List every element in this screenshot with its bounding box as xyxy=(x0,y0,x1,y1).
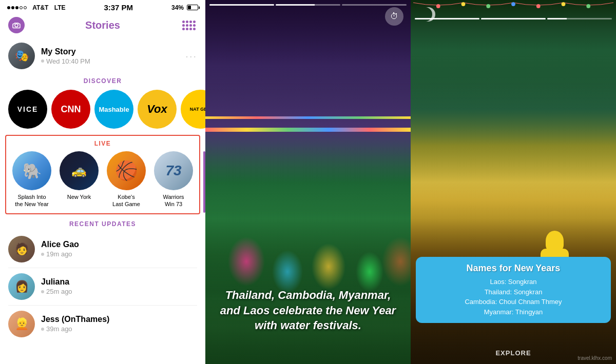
more-dots-icon[interactable]: ··· xyxy=(185,51,197,61)
time-seg-3 xyxy=(342,4,407,6)
juliana-time: 25m ago xyxy=(41,288,72,295)
discover-natgeo[interactable]: NAT GEO xyxy=(181,90,205,129)
jess-time-dot xyxy=(41,328,44,331)
live-item-newyork[interactable]: 🚕 New York xyxy=(57,151,101,208)
recent-item-alice[interactable]: 🧑 Alice Gao 19m ago xyxy=(0,231,205,268)
live-item-splash[interactable]: 🐘 Splash Into the New Year xyxy=(10,151,53,208)
warriors-circle: 73 xyxy=(154,151,193,190)
time-dot xyxy=(41,59,44,63)
kobe-circle: 🏀 xyxy=(107,151,146,190)
battery-percent: 34% xyxy=(171,4,184,11)
time-segments xyxy=(209,4,407,6)
live-item-kobe[interactable]: 🏀 Kobe's Last Game xyxy=(105,151,148,208)
time-seg-2 xyxy=(276,4,340,6)
recent-item-jess[interactable]: 👱 Jess (OnThames) 39m ago xyxy=(0,306,205,342)
natgeo-label: NAT GEO xyxy=(190,107,205,112)
decoration-bar-1 xyxy=(205,128,411,132)
svg-point-5 xyxy=(536,4,541,8)
alice-avatar: 🧑 xyxy=(8,236,35,262)
info-item-1: Laos: Songkran xyxy=(424,277,603,287)
middle-caption-text: Thailand, Cambodia, Myanmar, and Laos ce… xyxy=(216,288,400,333)
signal-dot-5 xyxy=(24,6,27,9)
juliana-info: Juliana 25m ago xyxy=(41,277,72,295)
battery-icon xyxy=(187,5,198,10)
right-panel[interactable]: Names for New Years Laos: Songkran Thail… xyxy=(411,0,616,364)
alice-info: Alice Gao 19m ago xyxy=(41,240,79,258)
jess-info: Jess (OnThames) 39m ago xyxy=(41,315,109,333)
live-item-warriors[interactable]: 73 Warriors Win 73 xyxy=(152,151,195,208)
kobe-silhouette: 🏀 xyxy=(115,160,138,181)
discover-label: DISCOVER xyxy=(0,73,205,88)
signal-dot-2 xyxy=(11,6,14,9)
warriors-bg: 73 xyxy=(154,151,193,190)
app-header: Stories xyxy=(0,14,205,38)
juliana-time-dot xyxy=(41,290,44,293)
warriors-label: Warriors Win 73 xyxy=(163,193,184,208)
jess-name: Jess (OnThames) xyxy=(41,315,109,324)
discover-row: VICE CNN Mashable Vox NAT GEO xyxy=(0,88,205,135)
signal-dot-1 xyxy=(7,6,10,9)
right-time-seg-2 xyxy=(481,18,546,19)
jess-time: 39m ago xyxy=(41,325,109,333)
splash-circle: 🐘 xyxy=(12,151,51,190)
carrier-label: AT&T xyxy=(32,4,48,11)
info-item-2: Thailand: Songkran xyxy=(424,287,603,297)
jess-avatar: 👱 xyxy=(8,311,35,337)
right-time-seg-1-fill xyxy=(415,18,479,19)
network-label: LTE xyxy=(54,4,66,11)
battery-fill xyxy=(188,6,191,9)
left-panel: AT&T LTE 3:37 PM 34% Stories xyxy=(0,0,205,364)
info-title: Names for New Years xyxy=(424,263,603,274)
timer-icon[interactable]: ⏱ xyxy=(385,7,403,26)
explore-label[interactable]: EXPLORE xyxy=(495,349,531,357)
lights-svg xyxy=(413,0,613,13)
dot-grid xyxy=(182,21,196,30)
stage-decoration xyxy=(205,0,411,164)
splash-bg: 🐘 xyxy=(12,151,51,190)
right-time-seg-3 xyxy=(547,18,612,19)
string-lights xyxy=(411,0,616,13)
my-story-row[interactable]: 🎭 My Story Wed 10:40 PM ··· xyxy=(0,38,205,73)
snap-grid-icon[interactable] xyxy=(181,17,197,33)
svg-point-4 xyxy=(511,2,515,6)
app-title: Stories xyxy=(85,19,120,31)
right-time-seg-1 xyxy=(415,18,479,19)
my-story-avatar: 🎭 xyxy=(8,43,35,69)
newyork-circle: 🚕 xyxy=(60,151,99,190)
status-left: AT&T LTE xyxy=(7,4,66,11)
time-display: 3:37 PM xyxy=(104,3,133,12)
cnn-label: CNN xyxy=(61,104,81,115)
right-time-seg-2-fill xyxy=(481,18,546,19)
live-label: LIVE xyxy=(10,138,195,151)
vice-label: VICE xyxy=(17,105,38,113)
recent-item-juliana[interactable]: 👩 Juliana 25m ago xyxy=(0,268,205,305)
info-item-4: Myanmar: Thingyan xyxy=(424,307,603,317)
newyork-label: New York xyxy=(67,193,91,200)
time-seg-1 xyxy=(209,4,274,6)
info-splash-box: Names for New Years Laos: Songkran Thail… xyxy=(416,257,611,323)
info-body: Laos: Songkran Thailand: Songkran Cambod… xyxy=(424,277,603,317)
svg-point-3 xyxy=(486,4,490,8)
middle-panel[interactable]: ⏱ Thailand, Cambodia, Myanmar, and Laos … xyxy=(205,0,411,364)
kobe-bg: 🏀 xyxy=(107,151,146,190)
recent-updates-label: RECENT UPDATES xyxy=(0,214,205,231)
alice-name: Alice Gao xyxy=(41,240,79,249)
my-story-name: My Story xyxy=(41,47,179,56)
right-time-seg-3-fill xyxy=(547,18,567,19)
camera-icon[interactable] xyxy=(8,17,25,33)
kobe-label: Kobe's Last Game xyxy=(112,193,140,208)
discover-cnn[interactable]: CNN xyxy=(51,90,90,129)
discover-vice[interactable]: VICE xyxy=(8,90,47,129)
discover-mashable[interactable]: Mashable xyxy=(94,90,133,129)
mashable-label: Mashable xyxy=(99,106,129,113)
live-row: 🐘 Splash Into the New Year 🚕 New York xyxy=(10,151,195,208)
signal-dots xyxy=(7,6,27,9)
info-item-3: Cambodia: Choul Chnam Thmey xyxy=(424,297,603,307)
svg-point-1 xyxy=(436,4,440,8)
banana-head xyxy=(546,231,564,251)
discover-vox[interactable]: Vox xyxy=(138,90,177,129)
my-story-timestamp: Wed 10:40 PM xyxy=(46,57,90,65)
status-right: 34% xyxy=(171,4,198,11)
my-story-time: Wed 10:40 PM xyxy=(41,57,179,65)
juliana-avatar: 👩 xyxy=(8,273,35,300)
